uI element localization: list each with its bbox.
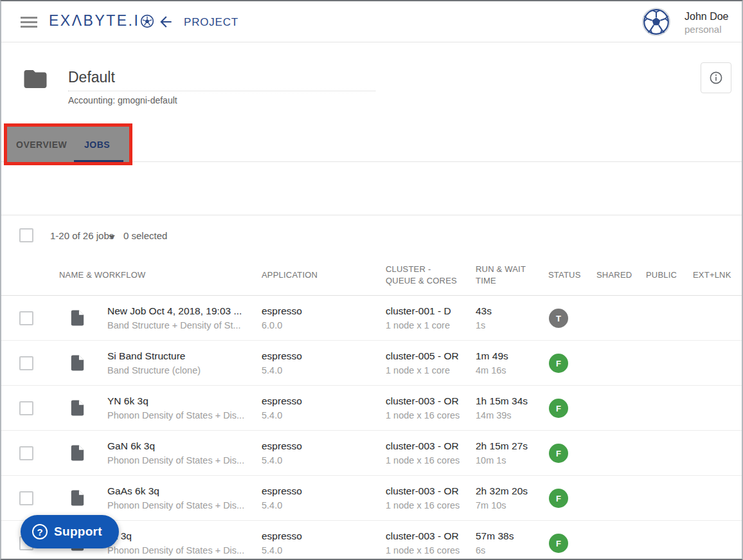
job-version: 5.4.0 (262, 545, 302, 556)
job-application: espresso (262, 440, 302, 452)
user-account: personal (685, 24, 729, 35)
job-name[interactable]: 6k 3q (107, 530, 258, 542)
column-application[interactable]: APPLICATION (262, 269, 318, 281)
job-run-time: 1m 49s (476, 350, 508, 362)
menu-icon[interactable] (21, 17, 37, 28)
job-workflow: Band Structure + Density of St... (107, 320, 258, 331)
job-run-time: 2h 32m 20s (476, 485, 528, 497)
project-accounting: Accounting: gmogni-default (68, 95, 177, 105)
job-name[interactable]: GaAs 6k 3q (107, 485, 258, 497)
tab-overview[interactable]: OVERVIEW (16, 127, 67, 162)
status-badge[interactable]: T (549, 309, 568, 328)
file-icon (68, 352, 87, 374)
status-badge[interactable]: F (549, 534, 568, 553)
job-version: 5.4.0 (262, 455, 302, 466)
tab-jobs[interactable]: JOBS (84, 127, 110, 162)
project-folder-icon (20, 66, 51, 93)
job-cluster-queue: cluster-003 - OR (386, 395, 460, 407)
help-icon: ? (32, 524, 48, 539)
job-workflow: Band Structure (clone) (107, 365, 258, 376)
job-name[interactable]: GaN 6k 3q (107, 440, 258, 452)
job-run-time: 2h 15m 27s (476, 440, 528, 452)
row-checkbox[interactable] (19, 401, 33, 415)
annotation-highlight-rectangle: OVERVIEW JOBS (4, 123, 132, 165)
file-icon (68, 307, 87, 329)
job-workflow: Phonon Density of States + Dis... (107, 545, 258, 556)
status-badge[interactable]: F (549, 399, 568, 418)
table-row[interactable]: Si Band Structure Band Structure (clone)… (1, 341, 742, 386)
chevron-down-icon[interactable] (109, 235, 115, 239)
app-window: EXΛBYTE.I PROJECT John Doe (0, 0, 743, 560)
row-checkbox[interactable] (19, 356, 33, 370)
column-name-workflow[interactable]: NAME & WORKFLOW (59, 269, 145, 281)
job-cores: 1 node x 1 core (386, 320, 451, 331)
job-version: 5.4.0 (262, 410, 302, 421)
selected-count: 0 selected (123, 230, 167, 241)
column-status[interactable]: STATUS (548, 269, 581, 281)
file-icon (68, 487, 87, 509)
app-header: EXΛBYTE.I PROJECT John Doe (1, 1, 742, 42)
job-version: 5.4.0 (262, 500, 302, 511)
info-button[interactable] (701, 62, 731, 93)
pagination-range[interactable]: 1-20 of 26 jobs (50, 230, 114, 241)
info-icon (708, 70, 724, 86)
support-label: Support (54, 525, 102, 539)
job-name[interactable]: YN 6k 3q (107, 395, 258, 407)
job-cluster-queue: cluster-001 - D (386, 305, 451, 317)
job-name[interactable]: Si Band Structure (107, 350, 258, 362)
column-ext-lnk[interactable]: EXT+LNK (693, 269, 731, 281)
exabyte-logo[interactable]: EXΛBYTE.I (49, 12, 154, 30)
support-button[interactable]: ? Support (21, 515, 119, 548)
table-row[interactable]: GaN 6k 3q Phonon Density of States + Dis… (1, 431, 742, 476)
column-cluster[interactable]: CLUSTER - QUEUE & CORES (386, 264, 463, 287)
job-application: espresso (262, 395, 302, 407)
column-shared[interactable]: SHARED (596, 269, 632, 281)
job-cores: 1 node x 16 cores (386, 545, 460, 556)
job-application: espresso (262, 350, 302, 362)
user-avatar[interactable] (642, 8, 670, 36)
job-wait-time: 4m 16s (476, 365, 508, 376)
logo-text: EXΛBYTE.I (49, 12, 139, 30)
project-title[interactable]: Default (68, 69, 115, 86)
job-cores: 1 node x 1 core (386, 365, 459, 376)
file-icon (68, 442, 87, 464)
column-public[interactable]: PUBLIC (646, 269, 677, 281)
row-checkbox[interactable] (19, 446, 33, 460)
file-icon (68, 397, 87, 419)
back-arrow-icon[interactable] (157, 14, 174, 30)
job-cores: 1 node x 16 cores (386, 500, 460, 511)
breadcrumb: PROJECT (184, 16, 238, 29)
job-version: 6.0.0 (262, 320, 302, 331)
job-workflow: Phonon Density of States + Dis... (107, 500, 258, 511)
job-application: espresso (262, 485, 302, 497)
job-workflow: Phonon Density of States + Dis... (107, 455, 258, 466)
user-menu[interactable]: John Doe personal (685, 10, 729, 35)
column-run-wait[interactable]: RUN & WAIT TIME (476, 264, 531, 287)
status-badge[interactable]: F (549, 489, 568, 508)
filter-bar (1, 162, 742, 215)
row-checkbox[interactable] (19, 491, 33, 505)
row-checkbox[interactable] (19, 311, 33, 325)
job-version: 5.4.0 (262, 365, 302, 376)
job-name[interactable]: New Job Oct 4, 2018, 19:03 ... (107, 305, 258, 317)
status-badge[interactable]: F (549, 444, 568, 463)
job-cluster-queue: cluster-005 - OR (386, 350, 459, 362)
table-row[interactable]: YN 6k 3q Phonon Density of States + Dis.… (1, 386, 742, 431)
active-tab-indicator (74, 160, 123, 162)
table-row[interactable]: New Job Oct 4, 2018, 19:03 ... Band Stru… (1, 296, 742, 341)
job-run-time: 43s (476, 305, 492, 317)
list-controls: 1-20 of 26 jobs 0 selected (1, 215, 742, 255)
job-wait-time: 7m 10s (476, 500, 528, 511)
soccer-ball-icon (139, 14, 154, 28)
select-all-checkbox[interactable] (19, 228, 33, 242)
user-name: John Doe (685, 10, 729, 23)
status-badge[interactable]: F (549, 354, 568, 373)
job-cluster-queue: cluster-003 - OR (386, 440, 460, 452)
table-row[interactable]: GaAs 6k 3q Phonon Density of States + Di… (1, 476, 742, 521)
job-wait-time: 14m 39s (476, 410, 528, 421)
job-cores: 1 node x 16 cores (386, 455, 460, 466)
job-cluster-queue: cluster-003 - OR (386, 530, 460, 542)
title-underline (68, 91, 375, 91)
job-wait-time: 1s (476, 320, 492, 331)
job-workflow: Phonon Density of States + Dis... (107, 410, 258, 421)
